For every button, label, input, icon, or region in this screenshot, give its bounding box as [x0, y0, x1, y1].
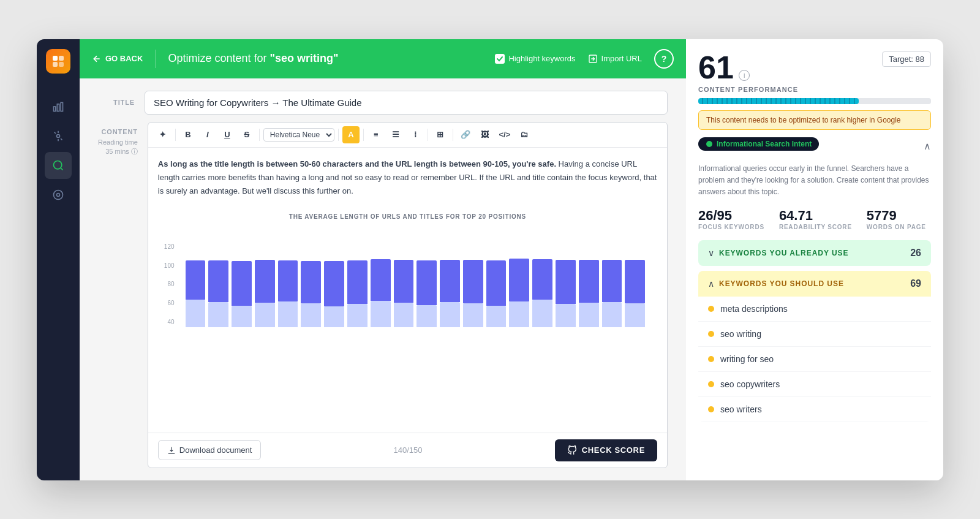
svg-point-21 [706, 141, 712, 147]
bar-light [278, 301, 298, 327]
keywords-already-use-header[interactable]: ∨ KEYWORDS YOU ALREADY USE 26 [698, 240, 931, 266]
keyword-item[interactable]: seo writers [698, 397, 931, 422]
bar-light [556, 304, 576, 327]
metric-words: 5779 WORDS ON PAGE [867, 208, 926, 230]
toolbar-separator-2 [259, 129, 260, 141]
bar-dark [371, 259, 391, 301]
toolbar-more-button[interactable]: 🗂 [516, 126, 533, 143]
score-info-icon[interactable]: i [739, 70, 750, 81]
toolbar-image-button[interactable]: 🖼 [477, 126, 494, 143]
keywords-should-use-header[interactable]: ∧ KEYWORDS YOU SHOULD USE 69 [698, 271, 931, 297]
chart-container: THE AVERAGE LENGTH OF URLS AND TITLES FO… [158, 205, 657, 333]
score-header: 61 i Target: 88 [698, 51, 931, 83]
svg-rect-0 [53, 56, 58, 61]
toolbar-underline-button[interactable]: U [219, 126, 236, 143]
bar-dark [440, 260, 460, 302]
editor-content: TITLE CONTENT Reading time 35 mins ⓘ ✦ [80, 78, 686, 480]
main-area: GO BACK Optimize content for "seo writin… [80, 39, 686, 480]
content-labels: CONTENT Reading time 35 mins ⓘ [98, 122, 138, 468]
toolbar-strike-button[interactable]: S [238, 126, 255, 143]
bar-light [602, 302, 622, 327]
svg-point-14 [54, 190, 63, 199]
metric-readability: 64.71 READABILITY SCORE [779, 208, 852, 230]
toolbar-separator-5 [428, 129, 428, 141]
bar-group [186, 241, 206, 327]
title-row: TITLE [98, 91, 668, 115]
highlight-keywords-toggle[interactable]: Highlight keywords [495, 54, 575, 64]
toolbar-separator-3 [338, 129, 339, 141]
svg-rect-6 [61, 102, 62, 111]
svg-rect-4 [54, 107, 56, 112]
bar-light [324, 306, 344, 327]
bar-group [579, 241, 599, 327]
go-back-button[interactable]: GO BACK [92, 54, 143, 64]
svg-line-13 [61, 167, 63, 170]
toolbar-align-button[interactable]: ⁞ [407, 126, 424, 143]
bar-group [440, 241, 460, 327]
top-bar: GO BACK Optimize content for "seo writin… [80, 39, 686, 78]
toolbar-italic-button[interactable]: I [199, 126, 216, 143]
bar-light [417, 305, 437, 327]
keyword-item[interactable]: writing for seo [698, 347, 931, 372]
title-input[interactable] [145, 91, 668, 115]
metric-focus-keywords: 26/95 FOCUS KEYWORDS [698, 208, 764, 230]
performance-bar [698, 98, 931, 104]
intent-badge[interactable]: Informational Search Intent [698, 137, 819, 151]
toolbar-table-button[interactable]: ⊞ [432, 126, 449, 143]
toolbar-bold-button[interactable]: B [179, 126, 197, 143]
sidebar-item-settings[interactable] [45, 181, 72, 208]
bar-light [301, 303, 321, 327]
bar-light [347, 304, 368, 327]
bar-group [556, 241, 576, 327]
bar-dark [532, 259, 552, 300]
intent-expand-icon[interactable]: ∧ [924, 140, 931, 152]
keywords-already-use-label: KEYWORDS YOU ALREADY USE [719, 249, 910, 257]
keywords-should-use-count: 69 [910, 278, 921, 289]
help-button[interactable]: ? [654, 49, 674, 69]
sidebar-item-connections[interactable] [45, 123, 72, 150]
editor-body[interactable]: As long as the title length is between 5… [148, 148, 667, 433]
toolbar-separator-6 [453, 129, 453, 141]
keyword-item[interactable]: meta descriptions [698, 297, 931, 322]
bar-group [532, 241, 552, 327]
toolbar-magic-button[interactable]: ✦ [154, 126, 172, 143]
toolbar-highlight-button[interactable]: A [342, 126, 360, 143]
focus-keywords-label: FOCUS KEYWORDS [698, 224, 764, 230]
svg-rect-2 [53, 62, 58, 67]
toolbar-code-button[interactable]: </> [496, 126, 513, 143]
font-select[interactable]: Helvetica Neue [263, 128, 334, 142]
intent-description: Informational queries occur early in the… [698, 163, 931, 199]
bar-light [371, 301, 391, 327]
top-bar-actions: Highlight keywords Import URL ? [495, 49, 674, 69]
bar-light [625, 303, 645, 327]
bar-light [208, 302, 228, 327]
bar-group [255, 241, 275, 327]
bar-light [532, 300, 552, 327]
svg-line-11 [61, 138, 62, 140]
target-badge: Target: 88 [882, 51, 931, 67]
bar-dark [301, 261, 321, 303]
intent-row: Informational Search Intent ∧ [698, 137, 931, 156]
keyword-dot [708, 406, 714, 412]
toolbar-list-ordered-button[interactable]: ☰ [387, 126, 404, 143]
sidebar-item-analytics[interactable] [45, 93, 72, 120]
bar-light [232, 306, 252, 327]
bar-dark [278, 260, 298, 301]
checkbox-icon [495, 54, 505, 64]
keyword-text: seo writing [720, 329, 761, 339]
bar-dark [602, 260, 622, 302]
bar-dark [556, 260, 576, 304]
check-score-button[interactable]: CHECK SCORE [555, 439, 657, 461]
keyword-item[interactable]: seo copywriters [698, 372, 931, 397]
keyword-item[interactable]: seo writing [698, 322, 931, 347]
toolbar-list-unordered-button[interactable]: ≡ [368, 126, 385, 143]
sidebar-item-seo[interactable] [45, 152, 72, 179]
download-document-button[interactable]: Download document [158, 440, 262, 460]
toolbar-separator-4 [363, 129, 364, 141]
keywords-should-use-icon: ∧ [708, 279, 714, 289]
content-label: CONTENT [101, 128, 138, 135]
import-url-button[interactable]: Import URL [588, 54, 642, 64]
app-logo[interactable] [46, 49, 70, 74]
svg-point-7 [57, 134, 60, 137]
toolbar-link-button[interactable]: 🔗 [457, 126, 474, 143]
